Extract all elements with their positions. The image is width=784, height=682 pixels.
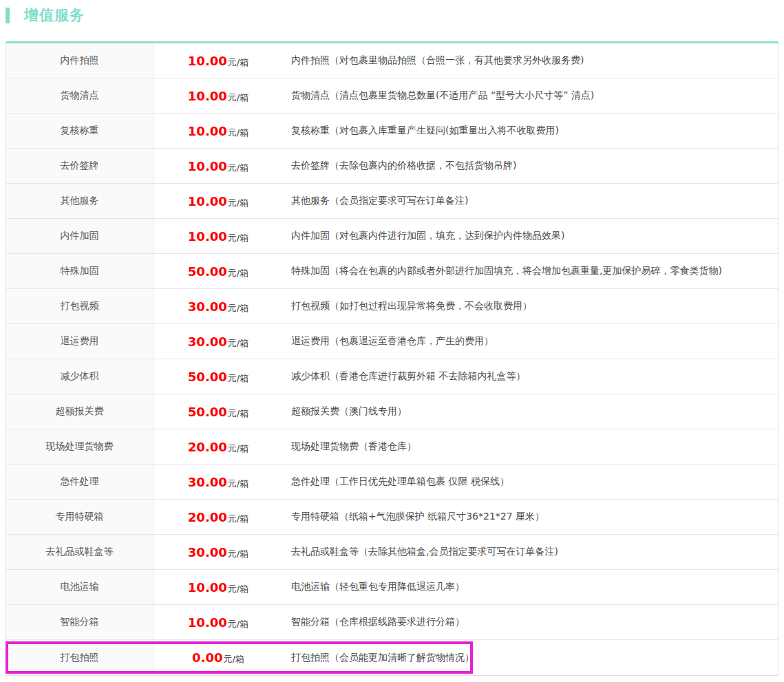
price-unit-label: 元/箱 [228, 56, 248, 69]
price-cell: 10.00元/箱 [153, 78, 283, 113]
service-description: 内件加固（对包裹内件进行加固，填充，达到保护内件物品效果) [283, 219, 778, 253]
service-description: 货物清点（清点包裹里货物总数量(不适用产品 “型号大小尺寸等” 清点) [283, 78, 778, 113]
price-cell: 20.00元/箱 [153, 429, 283, 464]
price-cell: 50.00元/箱 [153, 254, 283, 288]
price-value: 30.00 [188, 475, 227, 489]
price-value: 10.00 [188, 194, 227, 209]
price-unit-label: 元/箱 [228, 443, 248, 455]
service-description: 复核称重（对包裹入库重量产生疑问(如重量出入将不收取费用) [283, 114, 778, 148]
service-name: 货物清点 [6, 78, 153, 113]
service-name: 现场处理货物费 [6, 429, 153, 464]
service-description: 超额报关费（澳门线专用） [283, 394, 778, 429]
price-value: 10.00 [188, 54, 227, 68]
price-unit-label: 元/箱 [228, 337, 248, 350]
price-value: 50.00 [188, 405, 227, 419]
service-name: 电池运输 [6, 570, 153, 604]
value-added-services-page: 增值服务 内件拍照10.00元/箱内件拍照（对包裹里物品拍照（合照一张，有其他要… [0, 6, 784, 676]
price-unit-label: 元/箱 [228, 478, 248, 490]
service-name: 复核称重 [6, 114, 153, 148]
price-unit-label: 元/箱 [228, 232, 248, 244]
service-name: 内件拍照 [6, 43, 153, 78]
price-cell: 10.00元/箱 [153, 149, 283, 183]
table-row: 电池运输10.00元/箱电池运输（轻包重包专用降低退运几率） [6, 570, 778, 605]
price-value: 10.00 [188, 89, 227, 103]
price-value: 20.00 [188, 510, 227, 524]
service-description: 专用特硬箱（纸箱+气泡膜保护 纸箱尺寸36*21*27 厘米） [283, 500, 778, 534]
price-value: 10.00 [188, 229, 227, 244]
price-value: 50.00 [188, 264, 227, 279]
price-value: 0.00 [192, 650, 222, 665]
service-description: 去价签牌（去除包裹内的价格收据，不包括货物吊牌) [283, 149, 778, 183]
table-row: 复核称重10.00元/箱复核称重（对包裹入库重量产生疑问(如重量出入将不收取费用… [6, 114, 778, 149]
price-value: 10.00 [188, 615, 227, 630]
price-unit-label: 元/箱 [228, 162, 248, 174]
price-value: 30.00 [188, 545, 227, 560]
price-unit-label: 元/箱 [228, 513, 248, 525]
service-description: 智能分箱（仓库根据线路要求进行分箱） [283, 605, 778, 639]
price-cell: 10.00元/箱 [153, 605, 283, 639]
service-description: 退运费用（包裹退运至香港仓库，产生的费用） [283, 324, 778, 359]
service-description: 急件处理（工作日优先处理单箱包裹 仅限 税保线） [283, 465, 778, 499]
price-cell: 30.00元/箱 [153, 324, 283, 359]
service-name: 超额报关费 [6, 394, 153, 429]
price-unit-label: 元/箱 [228, 407, 248, 420]
table-row: 打包视频30.00元/箱打包视频（如打包过程出现异常将免费，不会收取费用） [6, 289, 778, 324]
page-title: 增值服务 [24, 6, 85, 25]
price-unit-label: 元/箱 [228, 302, 248, 315]
service-name: 智能分箱 [6, 605, 153, 639]
price-unit-label: 元/箱 [224, 653, 244, 665]
service-name: 其他服务 [6, 184, 153, 218]
price-value: 10.00 [188, 580, 227, 595]
price-unit-label: 元/箱 [228, 548, 248, 560]
table-row: 特殊加固50.00元/箱特殊加固（将会在包裹的内部或者外部进行加固填充，将会增加… [6, 254, 778, 289]
price-cell: 30.00元/箱 [153, 465, 283, 499]
service-name: 打包拍照 [6, 640, 153, 675]
price-cell: 20.00元/箱 [153, 500, 283, 534]
service-description: 打包拍照（会员能更加清晰了解货物情况） [283, 640, 778, 675]
services-price-table: 内件拍照10.00元/箱内件拍照（对包裹里物品拍照（合照一张，有其他要求另外收服… [6, 41, 778, 676]
table-row: 去礼品或鞋盒等30.00元/箱去礼品或鞋盒等（去除其他箱盒,会员指定要求可写在订… [6, 535, 778, 570]
service-name: 去价签牌 [6, 149, 153, 183]
table-row: 货物清点10.00元/箱货物清点（清点包裹里货物总数量(不适用产品 “型号大小尺… [6, 78, 778, 114]
service-name: 退运费用 [6, 324, 153, 359]
service-name: 减少体积 [6, 359, 153, 394]
price-cell: 50.00元/箱 [153, 359, 283, 394]
table-row: 去价签牌10.00元/箱去价签牌（去除包裹内的价格收据，不包括货物吊牌) [6, 149, 778, 184]
price-unit-label: 元/箱 [228, 127, 248, 139]
service-name: 去礼品或鞋盒等 [6, 535, 153, 569]
table-row: 专用特硬箱20.00元/箱专用特硬箱（纸箱+气泡膜保护 纸箱尺寸36*21*27… [6, 500, 778, 535]
price-cell: 0.00元/箱 [153, 640, 283, 675]
service-description: 去礼品或鞋盒等（去除其他箱盒,会员指定要求可写在订单备注) [283, 535, 778, 569]
price-cell: 10.00元/箱 [153, 114, 283, 148]
table-row: 其他服务10.00元/箱其他服务（会员指定要求可写在订单备注) [6, 184, 778, 219]
price-value: 10.00 [188, 159, 227, 173]
table-row: 现场处理货物费20.00元/箱现场处理货物费（香港仓库） [6, 429, 778, 465]
section-header: 增值服务 [6, 6, 784, 24]
service-description: 其他服务（会员指定要求可写在订单备注) [283, 184, 778, 218]
service-description: 内件拍照（对包裹里物品拍照（合照一张，有其他要求另外收服务费) [283, 43, 778, 78]
price-cell: 10.00元/箱 [153, 43, 283, 78]
price-value: 30.00 [188, 334, 227, 349]
price-cell: 30.00元/箱 [153, 289, 283, 323]
price-unit-label: 元/箱 [228, 583, 248, 595]
service-description: 减少体积（香港仓库进行裁剪外箱 不去除箱内礼盒等） [283, 359, 778, 394]
service-description: 特殊加固（将会在包裹的内部或者外部进行加固填充，将会增加包裹重量,更加保护易碎，… [283, 254, 778, 288]
service-name: 急件处理 [6, 465, 153, 499]
service-name: 内件加固 [6, 219, 153, 253]
service-name: 打包视频 [6, 289, 153, 323]
table-row: 打包拍照0.00元/箱打包拍照（会员能更加清晰了解货物情况） [6, 640, 778, 675]
table-row: 智能分箱10.00元/箱智能分箱（仓库根据线路要求进行分箱） [6, 605, 778, 640]
service-description: 现场处理货物费（香港仓库） [283, 429, 778, 464]
table-row: 退运费用30.00元/箱退运费用（包裹退运至香港仓库，产生的费用） [6, 324, 778, 359]
price-cell: 10.00元/箱 [153, 219, 283, 253]
title-accent-bar [6, 8, 10, 23]
table-row: 超额报关费50.00元/箱超额报关费（澳门线专用） [6, 394, 778, 429]
price-unit-label: 元/箱 [228, 197, 248, 209]
service-description: 打包视频（如打包过程出现异常将免费，不会收取费用） [283, 289, 778, 323]
table-row: 急件处理30.00元/箱急件处理（工作日优先处理单箱包裹 仅限 税保线） [6, 465, 778, 500]
service-name: 特殊加固 [6, 254, 153, 288]
price-value: 30.00 [188, 299, 227, 314]
price-cell: 50.00元/箱 [153, 394, 283, 429]
service-name: 专用特硬箱 [6, 500, 153, 534]
table-row: 内件加固10.00元/箱内件加固（对包裹内件进行加固，填充，达到保护内件物品效果… [6, 219, 778, 254]
